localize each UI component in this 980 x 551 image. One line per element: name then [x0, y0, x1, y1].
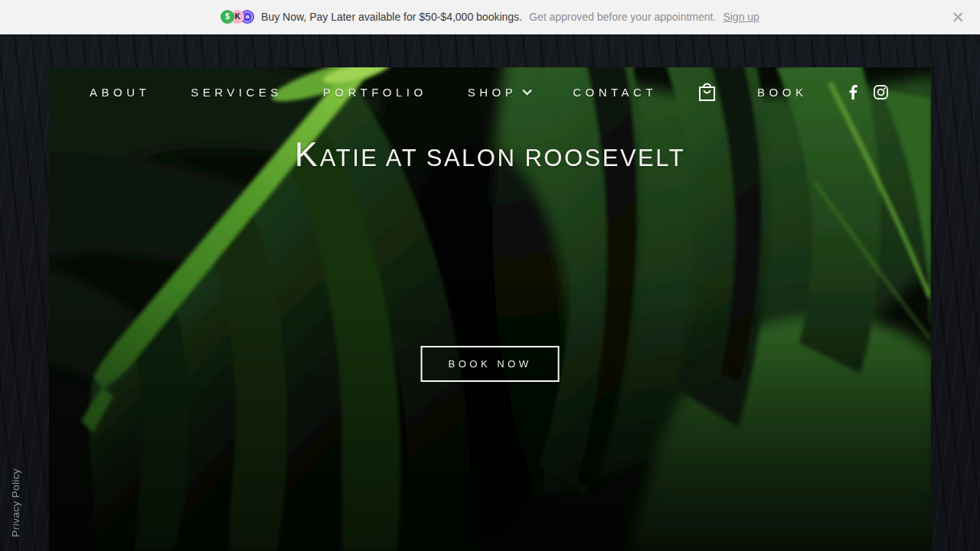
signup-link[interactable]: Sign up [723, 11, 759, 23]
promo-banner: $ K a Buy Now, Pay Later available for $… [0, 0, 980, 34]
banner-message: Buy Now, Pay Later available for $50-$4,… [261, 11, 522, 23]
hero-section: ABOUT SERVICES PORTFOLIO SHOP CONTACT BO… [49, 67, 931, 551]
shopping-bag-icon [697, 81, 717, 103]
instagram-icon [874, 85, 888, 99]
payment-icons: $ K a [220, 10, 254, 24]
close-icon[interactable]: ✕ [945, 6, 971, 28]
nav-item-about[interactable]: ABOUT [90, 86, 150, 99]
page-title: KATIE AT SALON ROOSEVELT [49, 137, 931, 171]
social-links [849, 85, 888, 99]
nav-item-services[interactable]: SERVICES [191, 86, 283, 99]
payment-dollar-icon: $ [220, 10, 234, 24]
banner-submessage: Get approved before your appointment. [529, 11, 716, 23]
cart-button[interactable] [697, 81, 717, 103]
nav-item-shop[interactable]: SHOP [468, 86, 533, 99]
nav-item-portfolio[interactable]: PORTFOLIO [323, 86, 427, 99]
book-now-button[interactable]: BOOK NOW [421, 346, 560, 382]
page-title-initial: K [295, 135, 320, 174]
nav-item-contact[interactable]: CONTACT [573, 86, 657, 99]
nav-item-shop-label: SHOP [468, 86, 518, 99]
instagram-link[interactable] [874, 85, 888, 99]
page-title-rest: ATIE AT SALON ROOSEVELT [320, 145, 685, 171]
facebook-icon [849, 85, 858, 99]
privacy-policy-link[interactable]: Privacy Policy [10, 468, 21, 537]
nav-item-book[interactable]: BOOK [757, 86, 807, 99]
chevron-down-icon [522, 89, 532, 96]
main-navigation: ABOUT SERVICES PORTFOLIO SHOP CONTACT BO… [49, 67, 931, 116]
facebook-link[interactable] [849, 85, 858, 99]
